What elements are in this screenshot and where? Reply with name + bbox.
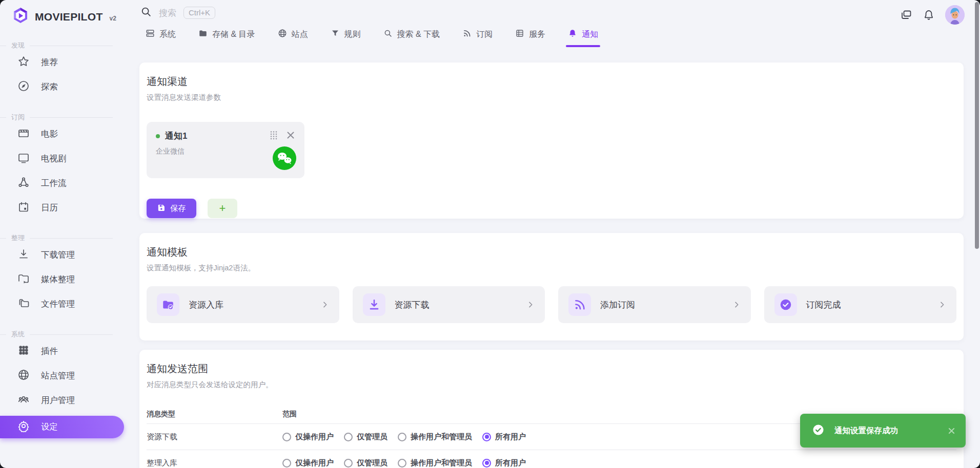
gear-icon [17, 420, 30, 434]
app-window: MOVIEPILOT v2 发现 推荐 探索 订阅 电影 电视剧 工作 [0, 0, 980, 468]
tab-rules[interactable]: 规则 [331, 29, 361, 47]
radio-all-users[interactable]: 所有用户 [482, 458, 526, 468]
tab-notifications[interactable]: 通知 [568, 29, 598, 47]
grid-icon [17, 344, 30, 358]
server-icon [146, 29, 155, 40]
tab-search-download[interactable]: 搜索 & 下载 [383, 29, 440, 47]
radio-icon-checked[interactable] [482, 459, 491, 467]
sidebar-item-calendar[interactable]: 日历 [0, 196, 129, 220]
templates-subtitle: 设置通知模板，支持Jinja2语法。 [147, 263, 956, 273]
sidebar-item-file-manage[interactable]: 文件管理 [0, 292, 129, 316]
sidebar-section-system: 系统 [0, 330, 129, 339]
close-icon[interactable] [286, 131, 295, 142]
download-icon [363, 293, 385, 316]
add-channel-button[interactable]: + [208, 199, 237, 218]
bell-icon [568, 29, 577, 40]
filter-icon [331, 29, 340, 40]
notification-scope-panel: 通知发送范围 对应消息类型只会发送给设定的用户。 消息类型 范围 资源下载 仅操… [139, 350, 964, 468]
sidebar-item-recommend[interactable]: 推荐 [0, 50, 129, 75]
sidebar-item-explore[interactable]: 探索 [0, 75, 129, 99]
radio-all-users[interactable]: 所有用户 [482, 432, 526, 442]
scope-row-organize-in: 整理入库 仅操作用户 仅管理员 操作用户和管理员 所有用户 [147, 450, 956, 468]
chevron-right-icon [321, 301, 329, 309]
template-card-resource-in[interactable]: 资源入库 [147, 286, 339, 323]
tab-storage-directory[interactable]: 存储 & 目录 [198, 29, 255, 47]
clapperboard-icon [17, 127, 30, 141]
radio-icon[interactable] [282, 433, 291, 441]
templates-title: 通知模板 [147, 245, 956, 259]
chevron-right-icon [526, 301, 535, 309]
radio-operators-admins[interactable]: 操作用户和管理员 [398, 432, 472, 442]
channels-title: 通知渠道 [147, 75, 956, 89]
save-button[interactable]: 保存 [147, 199, 196, 218]
sidebar-item-download-manage[interactable]: 下载管理 [0, 243, 129, 267]
tv-icon [17, 152, 30, 166]
rss-icon [462, 29, 472, 40]
sidebar-item-user-manage[interactable]: 用户管理 [0, 388, 129, 413]
check-circle-icon [774, 293, 797, 316]
tab-system[interactable]: 系统 [146, 29, 176, 47]
sidebar: MOVIEPILOT v2 发现 推荐 探索 订阅 电影 电视剧 工作 [0, 0, 129, 468]
sidebar-item-media-organize[interactable]: 媒体整理 [0, 267, 129, 292]
tab-services[interactable]: 服务 [515, 29, 545, 47]
sidebar-item-workflow[interactable]: 工作流 [0, 171, 129, 196]
app-logo[interactable]: MOVIEPILOT v2 [0, 0, 129, 28]
moviepilot-logo-icon [11, 7, 30, 27]
folder-icon [198, 29, 208, 40]
tab-subscribe[interactable]: 订阅 [462, 29, 493, 47]
sidebar-item-settings[interactable]: 设定 [0, 416, 124, 438]
vertical-scrollbar[interactable] [975, 2, 979, 249]
sidebar-item-site-manage[interactable]: 站点管理 [0, 364, 129, 388]
radio-icon[interactable] [398, 459, 406, 467]
search-shortcut-badge: Ctrl+K [183, 7, 215, 19]
radio-icon-checked[interactable] [482, 433, 491, 441]
radio-icon[interactable] [282, 459, 291, 467]
windows-icon[interactable] [900, 9, 912, 21]
users-icon [17, 393, 30, 408]
wechat-icon [273, 146, 296, 172]
radio-operators-only[interactable]: 仅操作用户 [282, 458, 334, 468]
global-search[interactable]: 搜索 Ctrl+K [140, 6, 215, 19]
notification-templates-panel: 通知模板 设置通知模板，支持Jinja2语法。 资源入库 资源下载 添加订阅 订… [139, 233, 964, 341]
radio-operators-admins[interactable]: 操作用户和管理员 [398, 458, 472, 468]
sidebar-item-tv[interactable]: 电视剧 [0, 146, 129, 171]
download-icon [17, 248, 30, 262]
sidebar-section-discover: 发现 [0, 41, 129, 50]
tab-sites[interactable]: 站点 [278, 29, 308, 47]
check-circle-icon [812, 424, 824, 438]
success-toast: 通知设置保存成功 [800, 414, 966, 448]
radio-icon[interactable] [344, 433, 353, 441]
radio-operators-only[interactable]: 仅操作用户 [282, 432, 334, 442]
services-icon [515, 29, 524, 40]
brand-version: v2 [110, 15, 116, 22]
template-card-resource-download[interactable]: 资源下载 [353, 286, 545, 323]
enabled-dot [156, 134, 160, 138]
user-avatar[interactable] [945, 5, 965, 25]
search-icon [383, 29, 393, 40]
radio-admins-only[interactable]: 仅管理员 [344, 432, 387, 442]
sidebar-item-movies[interactable]: 电影 [0, 122, 129, 146]
folder-check-icon [157, 293, 179, 316]
globe-icon [278, 29, 287, 40]
brand-name: MOVIEPILOT [35, 11, 103, 23]
settings-tab-bar: 系统 存储 & 目录 站点 规则 搜索 & 下载 订阅 服务 通知 [146, 29, 598, 47]
radio-admins-only[interactable]: 仅管理员 [344, 458, 387, 468]
star-icon [17, 55, 30, 70]
folders-icon [17, 297, 30, 311]
sidebar-item-plugins[interactable]: 插件 [0, 339, 129, 364]
toast-close-icon[interactable] [948, 427, 955, 435]
search-placeholder: 搜索 [159, 7, 176, 19]
drag-handle-icon[interactable] [270, 131, 278, 142]
save-icon [157, 203, 166, 214]
template-card-add-subscribe[interactable]: 添加订阅 [558, 286, 751, 323]
bell-icon[interactable] [923, 9, 935, 21]
template-card-subscribe-done[interactable]: 订阅完成 [764, 286, 957, 323]
compass-icon [17, 80, 30, 94]
channel-card[interactable]: 通知1 企业微信 [147, 122, 304, 178]
chevron-right-icon [732, 301, 741, 309]
folder-arrow-icon [17, 272, 30, 287]
radio-icon[interactable] [344, 459, 353, 467]
channel-name: 通知1 [165, 130, 187, 142]
radio-icon[interactable] [398, 433, 406, 441]
sidebar-section-organize: 整理 [0, 233, 129, 243]
